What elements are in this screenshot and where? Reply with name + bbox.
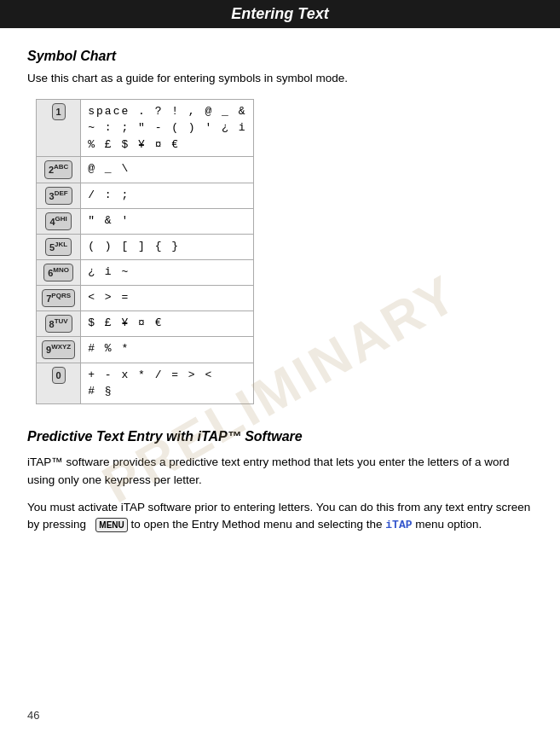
predictive-title: Predictive Text Entry with iTAP™ Softwar…	[27, 428, 533, 446]
key-badge: 7PQRS	[42, 289, 75, 307]
menu-icon: MENU	[95, 518, 127, 532]
table-row: 5JKL( ) [ ] { }	[37, 234, 254, 259]
key-cell: 9WXYZ	[37, 337, 81, 363]
table-row: 0+ - x * / = > <# §	[37, 363, 254, 403]
key-badge: 1	[52, 103, 66, 121]
page-number: 46	[27, 709, 39, 722]
page-wrapper: Entering Text Symbol Chart Use this char…	[0, 0, 560, 737]
symbols-cell: space . ? ! , @ _ &~ : ; " - ( ) ' ¿ i% …	[81, 99, 254, 157]
predictive-para2-part2: to open the Entry Method menu and select…	[131, 518, 386, 531]
table-row: 1space . ? ! , @ _ &~ : ; " - ( ) ' ¿ i%…	[37, 99, 254, 157]
key-cell: 8TUV	[37, 311, 81, 337]
key-badge: 5JKL	[45, 238, 72, 256]
predictive-para2-end: menu option.	[415, 518, 482, 531]
symbols-cell: " & '	[81, 208, 254, 234]
key-badge: 8TUV	[45, 315, 72, 333]
key-cell: 1	[37, 99, 81, 157]
symbols-cell: / : ;	[81, 183, 254, 208]
symbols-cell: # % *	[81, 337, 254, 363]
predictive-para2: You must activate iTAP software prior to…	[27, 499, 533, 534]
key-badge: 6MNO	[43, 264, 73, 281]
predictive-para1: iTAP™ software provides a predictive tex…	[27, 454, 533, 489]
symbols-cell: + - x * / = > <# §	[81, 363, 254, 403]
header-title: Entering Text	[231, 5, 328, 22]
symbol-chart-desc: Use this chart as a guide for entering s…	[27, 71, 533, 87]
symbol-chart-title: Symbol Chart	[27, 49, 533, 64]
key-cell: 7PQRS	[37, 286, 81, 311]
symbols-cell: ¿ i ~	[81, 260, 254, 286]
key-cell: 4GHI	[37, 208, 81, 234]
table-row: 4GHI" & '	[37, 208, 254, 234]
key-badge: 0	[52, 367, 66, 385]
symbols-cell: $ £ ¥ ¤ €	[81, 311, 254, 337]
key-cell: 5JKL	[37, 234, 81, 259]
table-row: 7PQRS< > =	[37, 286, 254, 311]
menu-icon-space	[89, 518, 93, 531]
key-badge: 3DEF	[45, 187, 72, 205]
table-row: 8TUV$ £ ¥ ¤ €	[37, 311, 254, 337]
itap-label: iTAP	[385, 519, 412, 531]
table-row: 9WXYZ# % *	[37, 337, 254, 363]
symbols-cell: ( ) [ ] { }	[81, 234, 254, 259]
symbol-chart-table: 1space . ? ! , @ _ &~ : ; " - ( ) ' ¿ i%…	[36, 99, 254, 404]
table-row: 2ABC@ _ \	[37, 157, 254, 183]
key-badge: 2ABC	[44, 160, 72, 178]
table-row: 6MNO¿ i ~	[37, 260, 254, 286]
key-badge: 4GHI	[45, 212, 71, 230]
page-content: Symbol Chart Use this chart as a guide f…	[0, 28, 560, 565]
key-cell: 0	[37, 363, 81, 403]
symbols-cell: @ _ \	[81, 157, 254, 183]
key-cell: 6MNO	[37, 260, 81, 286]
page-header: Entering Text	[0, 0, 560, 28]
symbols-cell: < > =	[81, 286, 254, 311]
key-badge: 9WXYZ	[42, 340, 75, 358]
key-cell: 2ABC	[37, 157, 81, 183]
key-cell: 3DEF	[37, 183, 81, 208]
table-row: 3DEF/ : ;	[37, 183, 254, 208]
